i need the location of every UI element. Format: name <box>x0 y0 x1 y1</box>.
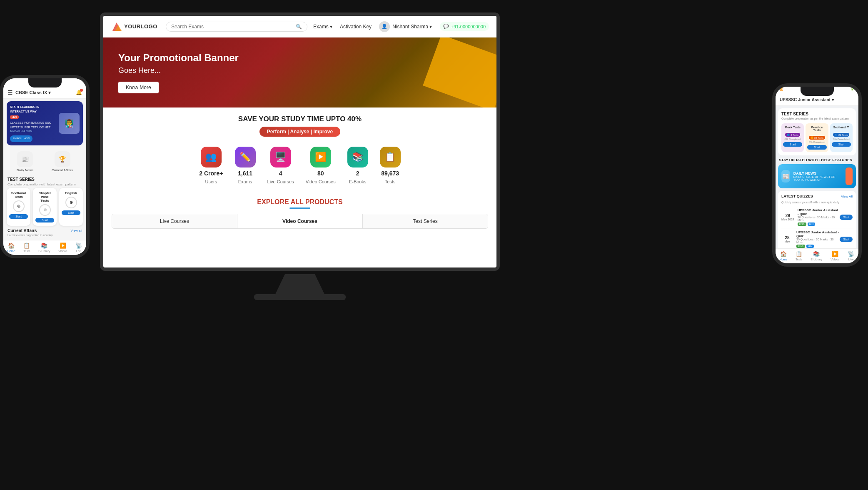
avatar: 👤 <box>379 21 390 32</box>
chapter-wise-title: Chapter WiseTests <box>35 191 54 202</box>
chapter-wise-card[interactable]: Chapter WiseTests ⊕ Start <box>33 188 57 226</box>
chapter-start-button[interactable]: Start <box>35 218 54 222</box>
sectional-tests-card-r[interactable]: Sectional T. 🔵 21 Tests 0% Completed Sta… <box>830 123 853 152</box>
search-icon: 🔍 <box>296 24 302 30</box>
sectional-tests-card[interactable]: SectionalTests ⊕ Start <box>7 188 30 226</box>
quiz-item-2: 28 May UPSSSC Junior Assistant - Quiz 30… <box>781 228 853 250</box>
search-input[interactable] <box>171 24 293 30</box>
rp-live-label: Live <box>848 258 854 261</box>
practice-progress: 0% Completed <box>807 141 826 143</box>
phone-contact[interactable]: 💬 +91-0000000000 <box>440 22 489 31</box>
mock-start-button[interactable]: Start <box>783 142 802 147</box>
search-bar[interactable]: 🔍 <box>166 22 307 32</box>
eng-tag-2: ENG <box>796 245 805 248</box>
daily-news-link[interactable]: 📰 Daily News <box>17 151 33 172</box>
nav-videos[interactable]: ▶️ Videos <box>58 242 67 252</box>
tests-icon-box: 📋 <box>380 147 401 168</box>
explore-section: EXPLORE ALL PRODUCTS Live Courses Video … <box>103 192 496 233</box>
latest-quizzes-section: LATEST QUIZZES View All Quickly assess y… <box>778 191 856 253</box>
rp-nav-videos[interactable]: ▶️ Videos <box>831 251 839 261</box>
rp-tests-icon: 📋 <box>796 251 802 257</box>
test-series-title: TEST SERIES <box>3 175 86 182</box>
english-start-button[interactable]: Start <box>62 210 80 215</box>
test-cards-row: SectionalTests ⊕ Start Chapter WiseTests… <box>3 188 86 226</box>
ebooks-num: 2 <box>356 170 359 177</box>
daily-news-title: DAILY NEWS <box>793 171 843 175</box>
quiz-start-1[interactable]: Start <box>840 215 853 220</box>
user-menu[interactable]: 👤 Nishant Sharma ▾ <box>379 21 432 32</box>
quiz-date-2: 28 May <box>781 235 793 243</box>
daily-news-image: 📰 <box>781 170 790 182</box>
quiz-meta-2: 30 Questions · 30 Marks · 30 Mins <box>796 238 840 244</box>
quiz-info-2: UPSSSC Junior Assistant - Quiz 30 Questi… <box>796 230 840 248</box>
test-series-subtitle: Complete preparation with latest exam pa… <box>3 182 86 188</box>
banner-subheadline: Goes Here... <box>118 66 239 75</box>
users-num: 2 Crore+ <box>199 170 223 177</box>
videos-icon: ▶️ <box>60 242 66 249</box>
mock-tests-card[interactable]: Mock Tests 🔵 4 Tests 0% Completed Start <box>781 123 804 152</box>
navbar: YOURLOGO 🔍 Exams ▾ Activation Key 👤 Nish… <box>103 16 496 38</box>
rp-nav-live[interactable]: 📡 Live <box>848 251 854 261</box>
home-icon: 🏠 <box>8 242 15 249</box>
quiz-view-all[interactable]: View All <box>841 195 853 198</box>
live-courses-icon-box: 🖥️ <box>270 147 291 168</box>
english-circle: ⊕ <box>65 197 77 208</box>
nav-live[interactable]: 📡 Live <box>75 242 82 252</box>
enroll-button[interactable]: ENROLL NOW <box>10 135 32 142</box>
exam-selector[interactable]: UPSSSC Junior Assistant ▾ <box>780 98 854 102</box>
view-all-link[interactable]: View all <box>71 229 82 232</box>
stats-section: SAVE YOUR STUDY TIME UPTO 40% Perform | … <box>103 108 496 192</box>
tab-live-courses[interactable]: Live Courses <box>112 214 237 228</box>
daily-news-card[interactable]: 📰 DAILY NEWS DAILY UPDATE OF NEWS FOR YO… <box>778 164 856 188</box>
banner-text: START LEARNING IN INTERACTIVE WAY LIVE C… <box>10 105 56 142</box>
stat-exams: ✏️ 1,611 Exams <box>235 147 256 184</box>
classes-text: CLASSES FOR BANKING SSC UPTET SUPER TET … <box>10 120 56 130</box>
current-affairs-link[interactable]: 🏆 Current Affairs <box>52 151 73 172</box>
right-ts-title: TEST SERIES <box>781 112 853 116</box>
english-card[interactable]: English ⊕ Start <box>59 188 83 226</box>
nav-elibrary[interactable]: 📚 E-Library <box>38 242 50 252</box>
current-affairs-sub: Latest events happening in country <box>3 234 86 238</box>
tab-video-courses[interactable]: Video Courses <box>237 214 363 228</box>
right-ts-sub: Complete preparation as per the latest e… <box>781 117 853 120</box>
monitor-base <box>254 294 346 300</box>
live-label: Live <box>76 250 82 252</box>
exams-menu[interactable]: Exams ▾ <box>313 24 332 30</box>
logo-text: YOURLOGO <box>124 23 157 30</box>
orange-badge <box>846 168 853 185</box>
nav-tests[interactable]: 📋 Tests <box>23 242 30 252</box>
elibrary-icon: 📚 <box>41 242 47 249</box>
rp-tests-label: Tests <box>796 258 802 261</box>
live-courses-num: 4 <box>279 170 282 177</box>
battery-icon: 🔋 <box>851 88 854 91</box>
sectional-start-button[interactable]: Start <box>9 214 28 219</box>
menu-icon[interactable]: ☰ <box>7 89 13 96</box>
users-icon-box: 👥 <box>201 147 222 168</box>
quiz-start-2[interactable]: Start <box>840 237 853 242</box>
know-more-button[interactable]: Know More <box>118 82 159 93</box>
sectional-start-button-r[interactable]: Start <box>832 142 851 147</box>
monitor: YOURLOGO 🔍 Exams ▾ Activation Key 👤 Nish… <box>96 4 504 346</box>
rp-nav-home[interactable]: 🏠 Home <box>780 251 788 261</box>
hin-tag-1: HIN <box>808 222 815 226</box>
left-phone: ☰ CBSE Class IX ▾ 🔔 START LEARNING IN IN… <box>0 75 96 421</box>
practice-tests-card[interactable]: Practice Tests 🟠 34 Tests 0% Completed S… <box>806 123 828 152</box>
class-selector[interactable]: CBSE Class IX ▾ <box>15 90 73 95</box>
rp-nav-tests[interactable]: 📋 Tests <box>796 251 802 261</box>
rp-elibrary-icon: 📚 <box>813 251 820 257</box>
quiz-day-2: 28 <box>781 235 793 240</box>
exams-num: 1,611 <box>238 170 252 177</box>
logo-icon <box>111 21 122 32</box>
quiz-tags-2: ENG HIN <box>796 245 840 248</box>
live-courses-label: Live Courses <box>267 179 294 184</box>
video-courses-icon-box: ▶️ <box>310 147 331 168</box>
browser-content: YOURLOGO 🔍 Exams ▾ Activation Key 👤 Nish… <box>103 16 496 268</box>
notification-icon[interactable]: 🔔 <box>76 90 82 95</box>
tab-test-series[interactable]: Test Series <box>363 214 488 228</box>
nav-home[interactable]: 🏠 Home <box>7 242 15 252</box>
hin-tag-2: HIN <box>806 245 814 248</box>
banner-headline: Your Promotional Banner <box>118 52 239 64</box>
activation-key[interactable]: Activation Key <box>340 24 372 30</box>
practice-start-button[interactable]: Start <box>807 145 826 150</box>
rp-nav-elibrary[interactable]: 📚 E-Library <box>811 251 822 261</box>
